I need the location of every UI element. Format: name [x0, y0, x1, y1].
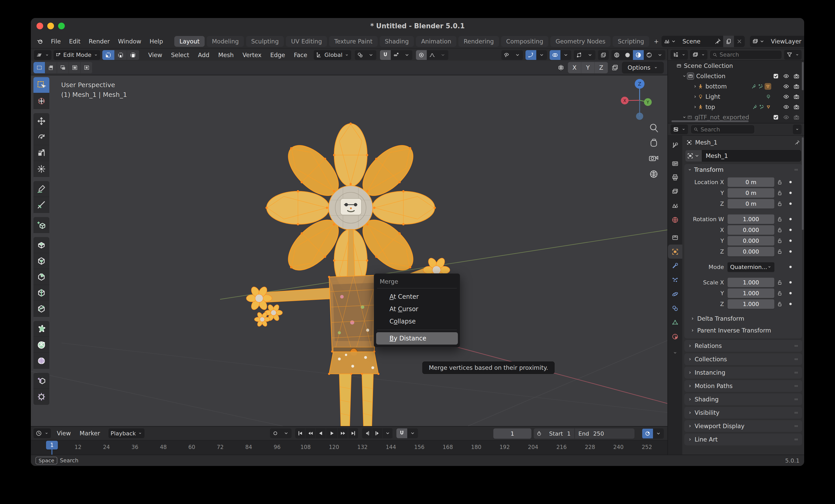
properties-tab-view-layer[interactable]	[668, 184, 682, 199]
panel-instancing[interactable]: Instancing	[684, 367, 802, 379]
shading-material-icon[interactable]	[633, 50, 644, 60]
edge-mode-button[interactable]	[115, 50, 127, 60]
next-keyframe-button[interactable]	[338, 428, 348, 439]
properties-tab-render[interactable]	[668, 156, 682, 170]
select-inv-button[interactable]	[69, 62, 81, 73]
viewport-scene[interactable]: ZXY	[31, 76, 667, 426]
show-overlays-icon[interactable]	[550, 50, 561, 60]
tab-sculpting[interactable]: Sculpting	[246, 36, 284, 47]
lock-icon[interactable]	[774, 226, 785, 233]
end-frame-field[interactable]: End 250	[575, 428, 608, 439]
new-scene-copy-icon[interactable]	[723, 36, 734, 47]
viewport-menu-mesh[interactable]: Mesh	[214, 51, 238, 59]
hide-viewport-icon[interactable]	[781, 73, 791, 79]
unlink-scene-icon[interactable]	[734, 36, 745, 47]
field-value[interactable]: 0 m	[728, 199, 774, 208]
lock-icon[interactable]	[774, 189, 785, 196]
outliner-h-scrollbar[interactable]	[672, 120, 749, 122]
animate-property-icon[interactable]	[785, 248, 796, 255]
outliner-row-bottom[interactable]: bottom	[668, 81, 804, 92]
subpanel-delta-transform[interactable]: Delta Transform	[684, 313, 802, 324]
checkbox[interactable]	[771, 114, 781, 121]
tool-extrude-region[interactable]	[34, 237, 49, 253]
panel-shading[interactable]: Shading	[684, 394, 802, 405]
tab-modeling[interactable]: Modeling	[207, 36, 244, 47]
field-value[interactable]: 0.000	[728, 225, 774, 235]
record-icon[interactable]	[270, 428, 281, 438]
drag-handle-icon[interactable]	[793, 167, 799, 173]
animate-property-icon[interactable]	[785, 189, 796, 196]
field-value[interactable]: 0 m	[728, 188, 774, 198]
pivot-icon[interactable]	[355, 50, 366, 60]
select-int-button[interactable]	[81, 62, 93, 73]
animate-property-icon[interactable]	[785, 200, 796, 207]
lock-icon[interactable]	[774, 248, 785, 255]
menu-item-by-distance[interactable]: By Distance	[376, 332, 458, 345]
tool-add-cube[interactable]	[34, 217, 49, 233]
orientation-dropdown[interactable]: Global	[314, 50, 351, 60]
disable-render-icon[interactable]	[791, 83, 801, 90]
tool-smooth[interactable]	[34, 353, 49, 369]
tab-geometry-nodes[interactable]: Geometry Nodes	[550, 36, 611, 47]
checkbox[interactable]	[771, 73, 781, 79]
stopwatch-icon[interactable]	[536, 431, 542, 436]
tool-transform[interactable]	[34, 161, 49, 177]
lock-icon[interactable]	[774, 279, 785, 286]
animate-property-icon[interactable]	[785, 237, 796, 244]
face-mode-button[interactable]	[127, 50, 139, 60]
chevron-right-icon[interactable]	[693, 94, 698, 99]
properties-search-input[interactable]	[700, 126, 752, 133]
lock-icon[interactable]	[774, 301, 785, 307]
display-mode-dropdown[interactable]	[690, 50, 708, 60]
tool-edge-slide[interactable]	[34, 373, 49, 389]
properties-tab-material[interactable]	[668, 329, 682, 344]
transform-panel-header[interactable]: Transform	[684, 164, 802, 175]
jump-to-start-button[interactable]	[295, 428, 305, 439]
animate-property-icon[interactable]	[785, 279, 796, 286]
outliner-scrollbar[interactable]	[802, 62, 803, 90]
tool-knife[interactable]	[34, 301, 49, 317]
field-value[interactable]: 1.000	[728, 278, 774, 287]
mirror-x-button[interactable]: X	[568, 62, 581, 73]
disable-render-icon[interactable]	[791, 93, 801, 100]
step-forward-button[interactable]	[372, 428, 383, 439]
chevron-right-icon[interactable]	[693, 104, 698, 109]
tab-compositing[interactable]: Compositing	[501, 36, 548, 47]
animate-property-icon[interactable]	[785, 290, 796, 297]
start-frame-field[interactable]: Start 1	[546, 428, 574, 439]
field-value[interactable]: 0 m	[728, 177, 774, 187]
tool-bevel[interactable]	[34, 269, 49, 285]
snap-toggle-magnet-icon[interactable]	[380, 50, 391, 60]
panel-visibility[interactable]: Visibility	[684, 407, 802, 419]
tab-shading[interactable]: Shading	[380, 36, 414, 47]
tool-move[interactable]	[34, 113, 49, 129]
lock-icon[interactable]	[774, 237, 785, 244]
shading-solid-icon[interactable]	[622, 50, 633, 60]
current-frame-field[interactable]: 1	[493, 428, 531, 439]
disable-render-icon[interactable]	[791, 73, 801, 79]
pivot-point-dropdown[interactable]	[355, 50, 376, 60]
animate-property-icon[interactable]	[785, 264, 796, 270]
timeline-menu-view[interactable]: View	[53, 429, 75, 438]
tool-measure[interactable]	[34, 197, 49, 213]
outliner-row-collection[interactable]: Collection	[668, 71, 804, 81]
properties-tab-modifiers[interactable]	[668, 259, 682, 273]
show-gizmo-icon[interactable]	[526, 50, 536, 60]
editor-type-dropdown[interactable]	[34, 50, 52, 60]
timeline-ruler[interactable]: 1224364860728496108120132144156168180192…	[31, 441, 667, 455]
scene-name[interactable]: Scene	[679, 38, 712, 45]
mirror-z-button[interactable]: Z	[595, 62, 608, 73]
tool-inset-faces[interactable]	[34, 253, 49, 269]
object-data-dropdown[interactable]	[685, 150, 702, 161]
lock-icon[interactable]	[774, 216, 785, 222]
vertex-mode-button[interactable]	[102, 50, 115, 60]
pin-icon[interactable]	[794, 140, 800, 145]
properties-tab-particles[interactable]	[668, 273, 682, 287]
properties-tab-collection[interactable]	[668, 230, 682, 244]
menu-file[interactable]: File	[47, 37, 65, 46]
tab-scripting[interactable]: Scripting	[613, 36, 649, 47]
viewport-menu-vertex[interactable]: Vertex	[238, 51, 266, 59]
field-value[interactable]: 1.000	[728, 299, 774, 309]
outliner-search-input[interactable]	[719, 52, 779, 58]
snap-magnet-icon[interactable]	[396, 428, 407, 438]
